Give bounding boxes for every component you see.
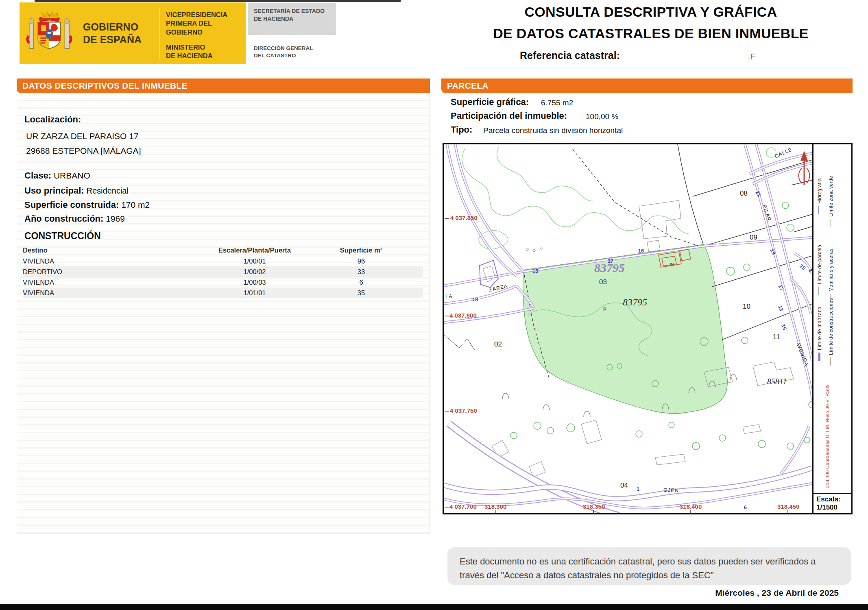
table-cell: VIVIENDA	[23, 257, 194, 265]
datos-panel-header: DATOS DESCRIPTIVOS DEL INMUEBLE	[17, 78, 430, 93]
superficie-grafica-label: Superficie gráfica:	[451, 97, 529, 107]
map-label: 318.300	[484, 503, 506, 510]
ministerio-label: MINISTERIO DE HACIENDA	[166, 43, 213, 61]
table-cell: DEPORTIVO	[23, 268, 194, 276]
cadastral-map-panel: 4 037.8504 037.8004 037.7504 037.700318.…	[443, 143, 853, 514]
table-cell: Escalera/Planta/Puerta	[194, 246, 316, 254]
localizacion-label: Localización:	[24, 114, 81, 124]
secretaria-box: SECRETARÍA DE ESTADO DE HACIENDA	[248, 3, 336, 35]
table-cell: 1/00/01	[194, 257, 316, 265]
map-legend: HidrografíaLímite zona verdeLímite de pa…	[812, 144, 851, 513]
logo-divider	[159, 8, 160, 59]
escala-value: 1/1500	[816, 503, 848, 512]
table-cell: VIVIENDA	[23, 279, 194, 286]
legend-entry: Límite de construcciones	[828, 289, 834, 355]
map-label: 03	[599, 278, 607, 286]
table-row: DEPORTIVO1/00/0233	[23, 266, 423, 277]
table-cell: Superficie m²	[316, 246, 423, 254]
map-label: 6	[744, 505, 747, 510]
tipo-value: Parcela construida sin división horizont…	[483, 126, 623, 135]
map-label: 09	[750, 233, 757, 241]
clase-label: Clase:	[24, 170, 51, 181]
datos-descriptivos-panel: DATOS DESCRIPTIVOS DEL INMUEBLE Localiza…	[17, 78, 430, 534]
map-label: 11	[773, 333, 780, 341]
escala-label: Escala:	[816, 495, 848, 503]
localizacion-line2: 29688 ESTEPONA [MÁLAGA]	[26, 146, 141, 156]
document-title: CONSULTA DESCRIPTIVA Y GRÁFICA DE DATOS …	[472, 4, 830, 41]
uso-label: Uso principal:	[24, 185, 84, 196]
legend-entry: Mobiliario y aceras	[828, 224, 834, 292]
map-label: 318.400	[680, 503, 702, 510]
document-date: Miércoles , 23 de Abril de 2025	[585, 588, 839, 598]
map-label: 1	[637, 486, 639, 492]
map-label: LA	[445, 294, 453, 299]
map-label: 16	[638, 248, 644, 254]
utm-coordinates-note: 318.400 Coordenadas U.T.M. Huso 30 ETRS8…	[825, 366, 830, 488]
table-cell: 96	[316, 257, 423, 265]
anio-construccion-field: Año construcción: 1969	[24, 214, 125, 224]
legend-entry: Límite zona verde	[828, 151, 834, 217]
ministry-names: VICEPRESIDENCIA PRIMERA DEL GOBIERNO MIN…	[166, 2, 243, 64]
table-cell: 6	[316, 279, 423, 286]
participacion-label: Participación del inmueble:	[451, 111, 567, 121]
gobierno-wordmark: GOBIERNO DE ESPAÑA	[83, 21, 144, 46]
map-label: P	[603, 307, 606, 312]
map-label: PI	[670, 263, 674, 267]
legend-entry: Límite de manzana	[817, 296, 822, 350]
participacion-value: 100,00 %	[586, 112, 618, 121]
datos-panel-body: Localización: UR ZARZA DEL PARAISO 17 29…	[17, 93, 430, 534]
scan-edge-bottom	[0, 604, 868, 610]
cadastral-map: 4 037.8504 037.8004 037.7504 037.700318.…	[444, 144, 812, 513]
clase-value: URBANO	[54, 171, 90, 180]
map-label: 83795	[623, 297, 647, 307]
legend-entry: Hidrografía	[817, 156, 822, 204]
map-label: 4 037.800	[449, 312, 477, 319]
legend-entry: Límite de parcela	[817, 225, 822, 284]
superficie-grafica-value: 6.755 m2	[541, 98, 573, 107]
map-label: 10	[743, 303, 750, 310]
legend-line-sample	[818, 353, 820, 361]
vicepresidencia-label: VICEPRESIDENCIA PRIMERA DEL GOBIERNO	[166, 11, 243, 37]
table-row: VIVIENDA1/00/036	[23, 277, 423, 288]
referencia-catastral-value: .F	[748, 52, 756, 61]
localizacion-line1: UR ZARZA DEL PARAISO 17	[26, 131, 139, 141]
construccion-title: CONSTRUCCIÓN	[24, 231, 101, 242]
map-label: 17	[608, 258, 613, 264]
superficie-construida-field: Superficie construida: 170 m2	[24, 200, 150, 210]
superficie-construida-value: 170 m2	[121, 200, 150, 209]
escala-box: Escala: 1/1500	[813, 493, 851, 513]
table-cell: 33	[316, 268, 423, 276]
table-cell: 1/00/02	[194, 268, 316, 276]
tipo-label: Tipo:	[451, 124, 472, 135]
table-header-row: DestinoEscalera/Planta/PuertaSuperficie …	[23, 244, 423, 256]
clase-field: Clase: URBANO	[24, 170, 90, 181]
cadastral-document-page: GOBIERNO DE ESPAÑA VICEPRESIDENCIA PRIME…	[0, 0, 868, 610]
map-label: 4 037.850	[450, 214, 478, 221]
map-label: 318.350	[583, 503, 605, 510]
disclaimer-box: Este documento no es una certificación c…	[447, 547, 851, 585]
map-label: 85811	[767, 377, 787, 386]
legend-line-sample	[818, 206, 819, 214]
referencia-catastral-label: Referencia catastral:	[520, 50, 620, 61]
construccion-table: DestinoEscalera/Planta/PuertaSuperficie …	[23, 244, 423, 298]
table-cell: VIVIENDA	[23, 289, 194, 297]
gobierno-logo-block: GOBIERNO DE ESPAÑA VICEPRESIDENCIA PRIME…	[20, 2, 246, 64]
table-cell: 1/00/03	[194, 279, 316, 286]
map-label: OJEN	[663, 487, 679, 493]
map-label: 15	[532, 268, 538, 274]
table-cell: 35	[316, 289, 423, 297]
map-label: 02	[494, 340, 502, 348]
map-label: 04	[620, 481, 628, 489]
map-label: 4 037.750	[450, 407, 477, 414]
map-label: 318.450	[777, 503, 799, 510]
uso-field: Uso principal: Residencial	[24, 185, 129, 196]
legend-line-sample	[830, 357, 831, 366]
title-line-2: DE DATOS CATASTRALES DE BIEN INMUEBLE	[472, 26, 830, 41]
table-row: VIVIENDA1/00/0196	[23, 256, 423, 266]
direccion-general-label: DIRECCIÓN GENERAL DEL CATASTRO	[254, 45, 339, 59]
title-line-1: CONSULTA DESCRIPTIVA Y GRÁFICA	[472, 4, 830, 20]
legend-line-sample	[818, 287, 819, 295]
scan-edge-top	[35, 0, 401, 2]
map-label: 18	[472, 297, 478, 303]
map-label: 4 037.700	[449, 503, 477, 510]
